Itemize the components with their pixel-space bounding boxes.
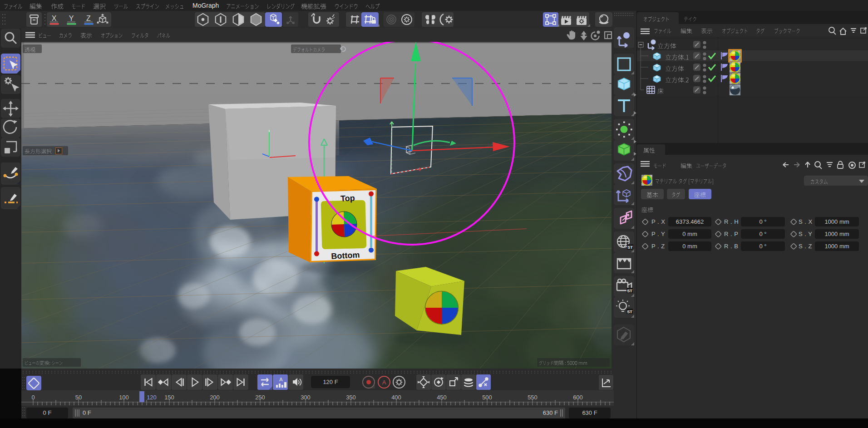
svg-text:Z: Z [86,15,91,22]
svg-text:Y: Y [69,15,74,22]
svg-text:ST: ST [627,245,633,250]
svg-text:250: 250 [255,394,265,401]
svg-text:ST: ST [627,289,632,293]
svg-text:630 F: 630 F [582,409,597,416]
svg-text:550: 550 [528,394,538,401]
svg-text:0 F: 0 F [43,409,52,416]
svg-text:630 F: 630 F [543,409,558,416]
svg-text:A: A [382,379,386,386]
svg-text:120 F: 120 F [323,379,338,385]
svg-text:350: 350 [346,394,356,401]
svg-text:ST: ST [627,310,632,314]
svg-text:500: 500 [482,394,492,401]
svg-text:Top: Top [340,193,355,203]
svg-text:200: 200 [210,394,220,401]
svg-text:300: 300 [301,394,311,401]
svg-text:Bottom: Bottom [331,250,360,261]
svg-text:450: 450 [437,394,447,401]
svg-text:150: 150 [164,394,174,401]
svg-text:0 F: 0 F [83,409,91,416]
svg-text:X: X [52,15,57,22]
svg-text:50: 50 [75,394,82,401]
svg-text:400: 400 [391,394,401,401]
svg-text:120: 120 [147,394,157,401]
svg-text:600: 600 [573,394,583,401]
svg-text:100: 100 [119,394,129,401]
svg-text:A: A [279,377,283,382]
svg-text:0: 0 [31,394,35,401]
